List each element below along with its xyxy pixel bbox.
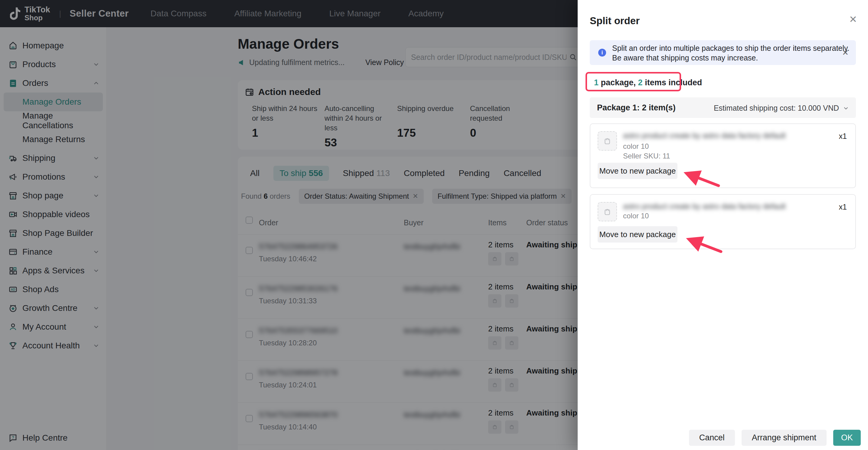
bag-icon	[603, 208, 611, 216]
move-to-new-package-button[interactable]: Move to new package	[598, 163, 678, 179]
banner-line2: Be aware that shipping costs may increas…	[612, 54, 758, 62]
close-icon[interactable]: ✕	[849, 14, 857, 24]
ok-button[interactable]: OK	[833, 430, 861, 446]
cancel-button[interactable]: Cancel	[689, 430, 735, 446]
move-to-new-package-button[interactable]: Move to new package	[598, 226, 678, 243]
drawer-footer: Cancel Arrange shipment OK	[689, 430, 861, 446]
item-sku: Seller SKU: 11	[623, 152, 670, 160]
package-title: Package 1: 2 item(s)	[597, 103, 676, 112]
summary-text: package,	[598, 78, 638, 87]
shipping-cost-dropdown[interactable]: Estimated shipping cost: 10.000 VND	[714, 104, 849, 112]
info-banner: i Split an order into multiple packages …	[590, 40, 856, 65]
split-order-drawer: Split order ✕ i Split an order into mult…	[578, 0, 868, 450]
shipping-cost-label: Estimated shipping cost: 10.000 VND	[714, 104, 839, 112]
package-item-card: astro product create by astro data facto…	[590, 123, 856, 188]
item-quantity: x1	[839, 203, 847, 212]
item-quantity: x1	[839, 132, 847, 141]
package-header-bar: Package 1: 2 item(s) Estimated shipping …	[590, 97, 856, 118]
info-icon: i	[598, 49, 606, 57]
arrange-shipment-button[interactable]: Arrange shipment	[742, 430, 827, 446]
product-name: astro product create by astro data facto…	[623, 131, 793, 140]
product-name: astro product create by astro data facto…	[623, 202, 793, 211]
product-thumbnail	[598, 202, 617, 221]
summary-text: items included	[643, 78, 702, 87]
banner-line1: Split an order into multiple packages to…	[612, 44, 849, 53]
banner-dismiss-icon[interactable]: ✕	[842, 48, 849, 58]
modal-overlay[interactable]	[0, 0, 578, 450]
package-item-card: astro product create by astro data facto…	[590, 194, 856, 249]
item-variant: color 10	[623, 142, 649, 151]
item-count: 2	[638, 78, 643, 87]
package-summary: 1 package, 2 items included	[594, 78, 702, 87]
item-variant: color 10	[623, 212, 649, 220]
package-count: 1	[594, 78, 598, 87]
bag-icon	[603, 137, 611, 145]
chevron-down-icon	[843, 105, 849, 111]
product-thumbnail	[598, 131, 617, 151]
drawer-title: Split order	[590, 15, 640, 27]
